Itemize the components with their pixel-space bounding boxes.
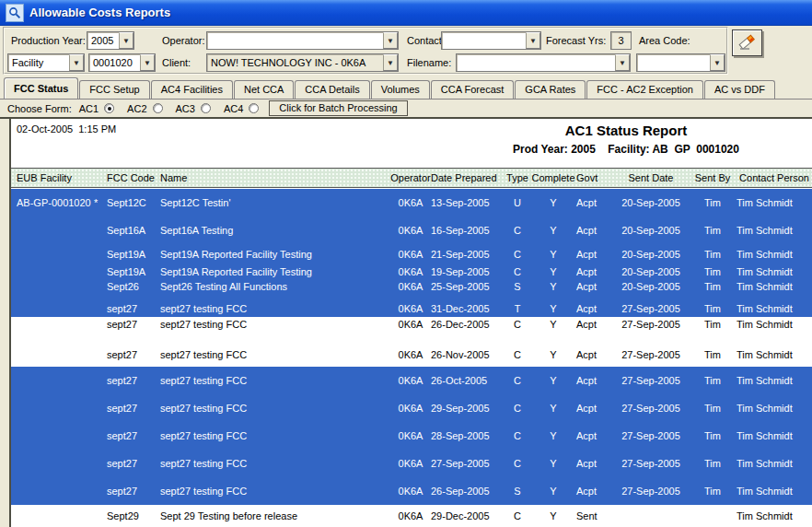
column-header-name: Name [160,172,390,183]
cell-fcc_code: Sept19A [107,265,160,278]
table-row[interactable]: sept27sept27 testing FCC0K6A27-Sep-2005C… [11,450,812,477]
client-value: NOW! TECHNOLOGY INC - 0K6A [207,54,383,71]
form-option-ac2[interactable]: AC2 [127,103,162,114]
table-row[interactable]: sept27sept27 testing FCC0K6A29-Sep-2005C… [11,394,812,422]
cell-date_prepared: 19-Sep-2005 [431,265,505,278]
radio-icon[interactable] [104,103,114,113]
production-year-select[interactable]: 2005 ▼ [87,31,134,50]
operator-value [207,32,383,49]
choose-form-options: AC1AC2AC3AC4 [79,103,273,114]
cell-sent_by: Tim [689,224,737,237]
cell-fcc_code: sept27 [107,374,160,387]
contact-select[interactable]: ▼ [441,31,541,50]
table-row[interactable]: Sept19ASept19A Reported Facility Testing… [11,264,812,279]
area-code-value [637,54,710,71]
cell-contact_person: Tim Schmidt [737,402,812,415]
chevron-down-icon[interactable]: ▼ [710,54,725,71]
table-row[interactable]: sept27sept27 testing FCC0K6A26-Sep-2005S… [11,477,812,505]
table-row[interactable]: sept27sept27 testing FCC0K6A31-Dec-2005T… [11,294,812,317]
filename-value [457,54,615,71]
cell-name: Sept19A Reported Facility Testing [160,265,390,278]
tab-volumes[interactable]: Volumes [371,80,430,99]
forecast-yrs-field[interactable]: 3 [610,31,632,50]
cell-operator: 0K6A [390,280,431,293]
cell-complete: Y [530,485,576,498]
cell-date_prepared: 25-Sep-2005 [431,280,505,293]
cell-date_prepared: 28-Sep-2005 [431,429,505,442]
cell-sent_date: 27-Sep-2005 [613,429,689,442]
cell-date_prepared: 27-Sep-2005 [431,457,505,470]
column-header-sent_by: Sent By [689,172,737,183]
report-subtitle: Prod Year: 2005 Facility: AB GP 0001020 [419,143,812,156]
cell-sent_by: Tim [689,374,737,387]
facility-number-value: 0001020 [89,54,140,71]
cell-fcc_code: Sept12C [107,196,160,209]
cell-sent_date: 27-Sep-2005 [613,457,689,470]
cell-name: Sept26 Testing All Functions [160,280,390,293]
chevron-down-icon[interactable]: ▼ [69,54,84,71]
cell-type: C [505,429,530,442]
cell-type: U [505,196,530,209]
chevron-down-icon[interactable]: ▼ [383,32,398,49]
facility-number-select[interactable]: 0001020 ▼ [88,53,156,72]
area-code-select[interactable]: ▼ [636,53,725,72]
chevron-down-icon[interactable]: ▼ [615,54,630,71]
radio-icon[interactable] [201,103,211,113]
tab-gca-rates[interactable]: GCA Rates [515,80,586,99]
column-header-date_prepared: Date Prepared [431,172,505,183]
cell-govt: Acpt [576,248,613,261]
chevron-down-icon[interactable]: ▼ [383,54,398,71]
table-row[interactable]: sept27sept27 testing FCC0K6A28-Sep-2005C… [11,422,812,450]
radio-icon[interactable] [249,103,259,113]
table-row[interactable]: Sept26Sept26 Testing All Functions0K6A25… [11,279,812,294]
table-row[interactable]: sept27sept27 testing FCC0K6A26-Nov-2005C… [11,332,812,367]
tab-ac4-facilities[interactable]: AC4 Facilities [151,80,233,99]
client-select[interactable]: NOW! TECHNOLOGY INC - 0K6A ▼ [206,53,399,72]
cell-govt: Acpt [576,429,613,442]
chevron-down-icon[interactable]: ▼ [119,32,133,49]
table-row[interactable]: sept27sept27 testing FCC0K6A26-Dec-2005C… [11,317,812,332]
report-wrapper: 02-Oct-2005 1:15 PM AC1 Status Report Pr… [0,117,812,527]
cell-operator: 0K6A [390,402,431,415]
batch-processing-button[interactable]: Click for Batch Processing [269,100,408,116]
tab-ac-vs-ddf[interactable]: AC vs DDF [704,80,775,99]
facility-type-select[interactable]: Facility ▼ [7,53,85,72]
radio-icon[interactable] [153,103,163,113]
form-option-ac1[interactable]: AC1 [79,103,114,114]
table-row[interactable]: AB-GP-0001020*Sept12CSept12C Testin'0K6A… [11,189,812,217]
table-row[interactable]: Sept16ASept16A Testing0K6A16-Sep-2005CYA… [11,217,812,244]
cell-date_prepared: 13-Sep-2005 [431,196,505,209]
table-row[interactable]: sept27sept27 testing FCC0K6A26-Oct-2005C… [11,367,812,394]
chevron-down-icon[interactable]: ▼ [526,32,540,49]
cell-fcc_code: Sept29 [107,509,160,522]
tab-fcc-setup[interactable]: FCC Setup [79,80,149,99]
tab-fcc-ac2-exception[interactable]: FCC - AC2 Exception [586,80,703,99]
clear-filters-button[interactable] [732,29,762,56]
cell-name: Sept12C Testin' [160,196,390,209]
form-option-label: AC3 [176,103,195,114]
cell-govt: Sent [576,509,613,522]
cell-contact_person: Tim Schmidt [737,196,812,209]
cell-contact_person: Tim Schmidt [737,224,812,237]
cell-sent_by: Tim [689,402,737,415]
form-option-ac3[interactable]: AC3 [176,103,211,114]
table-row[interactable]: Sept19ASept19A Reported Facility Testing… [11,244,812,264]
column-header-eub_facility: EUB Facility [17,172,94,183]
cell-complete: Y [530,196,576,209]
cell-complete: Y [530,457,576,470]
form-option-label: AC2 [127,103,146,114]
tab-fcc-status[interactable]: FCC Status [4,77,78,99]
cell-name: sept27 testing FCC [160,374,390,387]
cell-name: sept27 testing FCC [160,485,390,498]
filename-select[interactable]: ▼ [456,53,631,72]
tab-cca-details[interactable]: CCA Details [295,80,369,99]
cell-sent_by: Tim [689,196,737,209]
tab-cca-forecast[interactable]: CCA Forecast [431,80,514,99]
form-option-ac4[interactable]: AC4 [224,103,259,114]
table-row[interactable]: Sept29Sept 29 Testing before release0K6A… [11,505,812,526]
operator-select[interactable]: ▼ [206,31,399,50]
tab-net-cca[interactable]: Net CCA [234,80,294,99]
cell-fcc_code: sept27 [107,302,160,315]
cell-date_prepared: 16-Sep-2005 [431,224,505,237]
chevron-down-icon[interactable]: ▼ [140,54,155,71]
